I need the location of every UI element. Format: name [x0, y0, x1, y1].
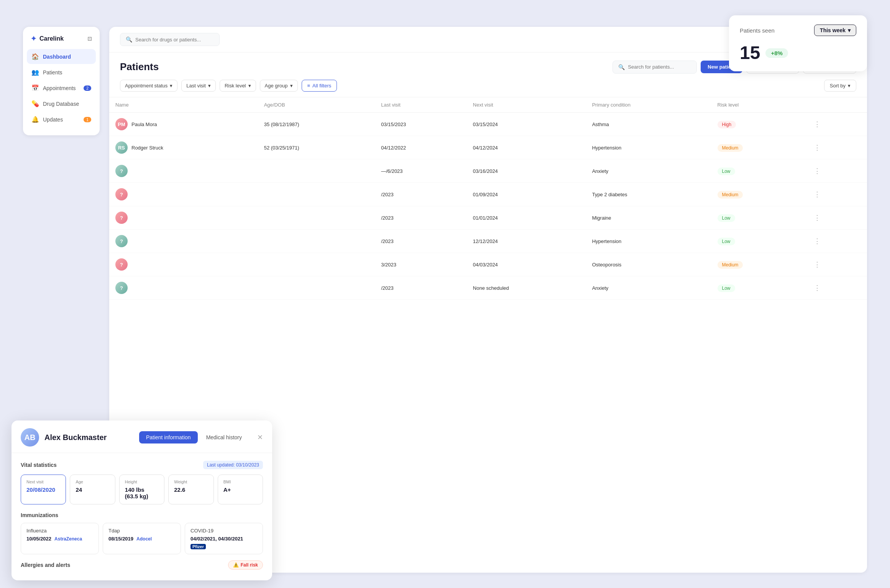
- global-search-input[interactable]: [135, 37, 214, 43]
- table-row[interactable]: ? 3/2023 04/03/2024 Osteoporosis Medium …: [109, 253, 867, 276]
- patient-name-cell: ?: [109, 276, 258, 300]
- risk-badge: Medium: [718, 191, 743, 199]
- panel-close-button[interactable]: ✕: [257, 433, 263, 442]
- updates-icon: 🔔: [31, 116, 39, 123]
- col-age-dob: Age/DOB: [258, 97, 375, 113]
- patient-avatar: ?: [115, 258, 128, 271]
- vital-card-bmi: BMI A+: [218, 475, 263, 504]
- table-row[interactable]: ? /2023 01/09/2024 Type 2 diabetes Mediu…: [109, 183, 867, 206]
- patient-actions: ⋮: [805, 183, 867, 206]
- page-title: Patients: [120, 61, 159, 73]
- patient-name: Paula Mora: [131, 122, 157, 127]
- risk-badge: Low: [718, 284, 735, 292]
- age-group-filter[interactable]: Age group ▾: [260, 80, 298, 92]
- risk-level-filter[interactable]: Risk level ▾: [220, 80, 256, 92]
- sidebar-item-updates[interactable]: 🔔 Updates 1: [27, 112, 96, 127]
- last-updated-label: Last updated: 03/10/2023: [203, 461, 263, 469]
- patient-actions: ⋮: [805, 159, 867, 183]
- more-options-button[interactable]: ⋮: [811, 283, 824, 293]
- table-row[interactable]: PM Paula Mora 35 (08/12/1987) 03/15/2023…: [109, 113, 867, 136]
- immunization-cards: Influenza 10/05/2022 AstraZeneca Tdap 08…: [21, 523, 263, 554]
- table-row[interactable]: ? /2023 None scheduled Anxiety Low ⋮: [109, 276, 867, 300]
- sidebar-item-dashboard[interactable]: 🏠 Dashboard: [27, 49, 96, 64]
- risk-badge: Medium: [718, 144, 743, 152]
- patient-age-dob: 35 (08/12/1987): [258, 113, 375, 136]
- influenza-name: Influenza: [26, 528, 93, 534]
- risk-badge: High: [718, 121, 736, 128]
- sidebar-item-label: Appointments: [43, 85, 76, 91]
- more-options-button[interactable]: ⋮: [811, 119, 824, 129]
- patient-last-visit: —/6/2023: [375, 159, 467, 183]
- panel-body: Vital statistics Last updated: 03/10/202…: [11, 453, 272, 580]
- patient-next-visit: 04/03/2024: [467, 253, 586, 276]
- sidebar-item-drug-database[interactable]: 💊 Drug Database: [27, 96, 96, 111]
- vital-cards: Next visit 20/08/2020 Age 24 Height 140 …: [21, 475, 263, 504]
- sort-by-button[interactable]: Sort by ▾: [824, 80, 856, 92]
- appointment-status-label: Appointment status: [125, 83, 167, 89]
- more-options-button[interactable]: ⋮: [811, 166, 824, 176]
- more-options-button[interactable]: ⋮: [811, 189, 824, 199]
- table-row[interactable]: ? /2023 01/01/2024 Migraine Low ⋮: [109, 206, 867, 230]
- sidebar-collapse-button[interactable]: ⊡: [87, 36, 92, 42]
- age-label: Age: [76, 480, 109, 484]
- more-options-button[interactable]: ⋮: [811, 236, 824, 246]
- patients-search[interactable]: 🔍: [612, 61, 697, 74]
- sidebar-item-appointments[interactable]: 📅 Appointments 2: [27, 80, 96, 95]
- app-logo: ✦ Carelink ⊡: [23, 34, 100, 49]
- table-row[interactable]: ? /2023 12/12/2024 Hypertension Low ⋮: [109, 230, 867, 253]
- height-value: 140 lbs (63.5 kg): [125, 486, 159, 499]
- all-filters-label: All filters: [312, 83, 331, 89]
- table-row[interactable]: ? —/6/2023 03/16/2024 Anxiety Low ⋮: [109, 159, 867, 183]
- patient-name-cell: ?: [109, 183, 258, 206]
- patient-risk: Low: [711, 206, 805, 230]
- patient-detail-panel: AB Alex Buckmaster Patient information M…: [11, 420, 272, 580]
- all-filters-button[interactable]: ≡ All filters: [302, 80, 337, 92]
- widget-period-button[interactable]: This week ▾: [814, 25, 856, 36]
- more-options-button[interactable]: ⋮: [811, 213, 824, 223]
- patient-condition: Anxiety: [586, 159, 711, 183]
- chevron-down-icon: ▾: [848, 27, 851, 33]
- patient-actions: ⋮: [805, 113, 867, 136]
- last-visit-label: Last visit: [186, 83, 206, 89]
- vital-stats-header: Vital statistics Last updated: 03/10/202…: [21, 461, 263, 469]
- patient-avatar: ?: [115, 212, 128, 224]
- fall-risk-label: Fall risk: [241, 562, 258, 568]
- patients-search-input[interactable]: [628, 64, 691, 70]
- more-options-button[interactable]: ⋮: [811, 260, 824, 269]
- patient-avatar: RS: [115, 141, 128, 154]
- weight-value: 22.6: [174, 486, 208, 493]
- patient-next-visit: 03/16/2024: [467, 159, 586, 183]
- patient-last-visit: /2023: [375, 206, 467, 230]
- patient-avatar: ?: [115, 165, 128, 177]
- dashboard-icon: 🏠: [31, 53, 39, 60]
- col-actions: [805, 97, 867, 113]
- sidebar-item-label: Drug Database: [43, 101, 79, 107]
- tab-patient-information[interactable]: Patient information: [139, 431, 198, 443]
- next-visit-label: Next visit: [26, 480, 60, 484]
- last-visit-filter[interactable]: Last visit ▾: [181, 80, 216, 92]
- panel-header: AB Alex Buckmaster Patient information M…: [11, 420, 272, 453]
- tab-medical-history[interactable]: Medical history: [199, 431, 249, 443]
- patient-last-visit: 03/15/2023: [375, 113, 467, 136]
- logo-icon: ✦: [31, 34, 36, 43]
- patient-condition: Osteoporosis: [586, 253, 711, 276]
- influenza-brand: AstraZeneca: [54, 536, 82, 542]
- patient-actions: ⋮: [805, 136, 867, 159]
- widget-header: Patients seen This week ▾: [740, 25, 856, 36]
- app-name: Carelink: [39, 35, 64, 42]
- weight-label: Weight: [174, 480, 208, 484]
- warning-icon: ⚠️: [233, 562, 239, 568]
- global-search[interactable]: 🔍: [120, 33, 220, 46]
- next-visit-value: 20/08/2020: [26, 486, 60, 493]
- appointment-status-filter[interactable]: Appointment status ▾: [120, 80, 177, 92]
- col-risk: Risk level: [711, 97, 805, 113]
- patient-name-cell: ?: [109, 253, 258, 276]
- patient-next-visit: None scheduled: [467, 276, 586, 300]
- table-row[interactable]: RS Rodger Struck 52 (03/25/1971) 04/12/2…: [109, 136, 867, 159]
- patient-actions: ⋮: [805, 206, 867, 230]
- patient-age-dob: [258, 183, 375, 206]
- sidebar-item-patients[interactable]: 👥 Patients: [27, 65, 96, 80]
- patient-next-visit: 01/01/2024: [467, 206, 586, 230]
- patient-name: Rodger Struck: [131, 145, 163, 151]
- more-options-button[interactable]: ⋮: [811, 143, 824, 153]
